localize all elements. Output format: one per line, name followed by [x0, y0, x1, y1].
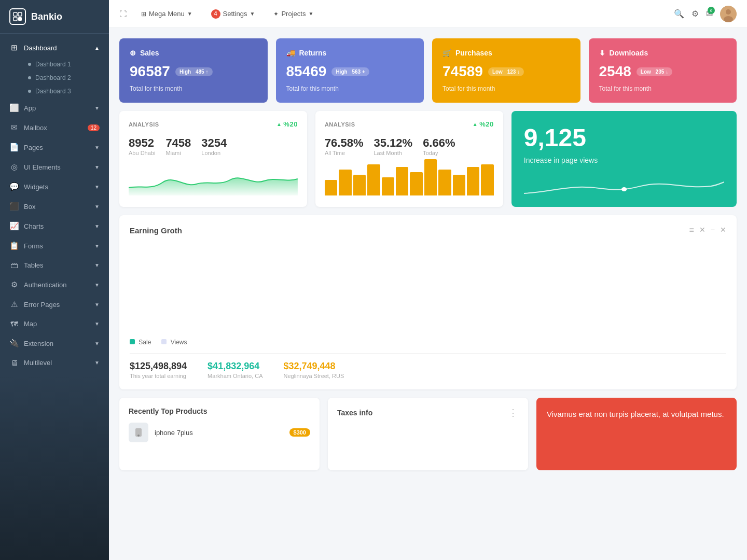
- user-avatar[interactable]: [720, 6, 737, 22]
- downloads-badge-arrow: ↓: [666, 69, 668, 75]
- forms-icon: 📋: [9, 241, 19, 250]
- sidebar-background: [0, 376, 109, 560]
- sidebar-item-multilevel[interactable]: 🖥 Multilevel ▼: [0, 353, 109, 372]
- analysis-left-pct: ▲ %20: [276, 120, 298, 128]
- abu-dhabi-val: 8952: [129, 136, 155, 150]
- sidebar-subitem-dashboard2[interactable]: Dashboard 2: [22, 71, 109, 85]
- notification-icon[interactable]: ✉ 6: [706, 9, 713, 19]
- extension-icon: 🔌: [9, 339, 19, 348]
- sidebar-nav: ⊞ Dashboard ▲ Dashboard 1 Dashboard 2 Da…: [0, 34, 109, 376]
- sidebar-item-error-pages[interactable]: ⚠ Error Pages ▼: [0, 295, 109, 314]
- settings-button[interactable]: 4 Settings ▼: [207, 7, 259, 21]
- projects-button[interactable]: ✦ Projects ▼: [269, 8, 317, 20]
- earning-card-header: Earning Groth ≡ ✕ − ✕: [130, 226, 726, 235]
- legend-sale: Sale: [130, 339, 151, 346]
- minimize-icon[interactable]: −: [711, 226, 715, 235]
- expand-icon[interactable]: ✕: [720, 226, 726, 235]
- downloads-icon: ⬇: [599, 49, 605, 57]
- stat-abu-dhabi: 8952 Abu Dhabi: [129, 136, 155, 156]
- sales-footer: Total for this month: [130, 85, 257, 92]
- analysis-right-pct: ▲ %20: [473, 120, 494, 128]
- gear-icon[interactable]: ⚙: [691, 9, 699, 19]
- menu-lines-icon[interactable]: ≡: [689, 226, 694, 235]
- stat-card-returns: 🚚 Returns 85469 High 563 + Total for thi…: [276, 38, 424, 103]
- sidebar-item-forms[interactable]: 📋 Forms ▼: [0, 236, 109, 256]
- brand-name: Bankio: [31, 11, 62, 22]
- stat-card-sales: ⊕ Sales 96587 High 485 ↑ Total for this …: [119, 38, 268, 103]
- up-arrow-icon: ▲: [473, 121, 478, 127]
- mega-menu-button[interactable]: ⊞ Mega Menu ▼: [137, 8, 197, 20]
- chevron-down-icon: ▼: [94, 223, 100, 229]
- views-dot: [161, 339, 167, 344]
- search-icon[interactable]: 🔍: [674, 9, 684, 19]
- multilevel-icon: 🖥: [9, 358, 19, 367]
- chevron-down-icon: ▼: [94, 321, 100, 327]
- analysis-left-label: ANALYSIS: [129, 121, 159, 128]
- projects-icon: ✦: [273, 10, 279, 18]
- analysis-card-left: ANALYSIS ▲ %20 8952 Abu Dhabi 7458 Miami: [119, 111, 307, 207]
- stat-card-downloads-header: ⬇ Downloads: [599, 49, 727, 57]
- collapse-icon[interactable]: ✕: [699, 226, 706, 235]
- earning-bars: [130, 240, 726, 333]
- sidebar-item-pages[interactable]: 📄 Pages ▼: [0, 137, 109, 157]
- teal-sub-text: Increase in page views: [524, 156, 724, 164]
- bottom-row: Recently Top Products iphone 7plus $300: [119, 398, 737, 470]
- sidebar-item-dashboard[interactable]: ⊞ Dashboard ▲: [0, 38, 109, 58]
- analysis-right-stats: 76.58% All Time 35.12% Last Month 6.66% …: [325, 136, 494, 156]
- svg-rect-2: [13, 17, 17, 21]
- area-chart-green: [129, 164, 298, 195]
- svg-rect-1: [18, 12, 22, 16]
- sidebar-item-mailbox[interactable]: ✉ Mailbox 12: [0, 118, 109, 137]
- analysis-right-header: ANALYSIS ▲ %20: [325, 120, 494, 128]
- chevron-down-icon: ▼: [187, 11, 192, 17]
- error-pages-icon: ⚠: [9, 300, 19, 309]
- recently-products-card: Recently Top Products iphone 7plus $300: [119, 398, 320, 470]
- dot-icon: [28, 90, 31, 93]
- sales-badge-label: High: [179, 69, 191, 75]
- taxes-info-header: Taxes info ⋮: [337, 407, 519, 418]
- sales-icon: ⊕: [130, 49, 136, 57]
- returns-footer: Total for this month: [286, 85, 414, 92]
- sidebar-item-widgets[interactable]: 💬 Widgets ▼: [0, 177, 109, 197]
- stat-all-time: 76.58% All Time: [325, 136, 364, 156]
- purchases-badge-value: 123: [507, 69, 516, 75]
- analysis-left-stats: 8952 Abu Dhabi 7458 Miami 3254 London: [129, 136, 298, 156]
- analysis-left-header: ANALYSIS ▲ %20: [129, 120, 298, 128]
- sidebar-header: Bankio: [0, 0, 109, 34]
- earning-footer-year: $125,498,894 This year total earning: [130, 361, 187, 379]
- teal-big-number: 9,125: [524, 123, 724, 152]
- london-lbl: London: [201, 150, 227, 156]
- sidebar-item-authentication[interactable]: ⚙ Authentication ▼: [0, 275, 109, 295]
- bar-chart-orange: [325, 164, 494, 195]
- expand-icon[interactable]: ⛶: [119, 10, 127, 18]
- sidebar-item-charts[interactable]: 📈 Charts ▼: [0, 216, 109, 236]
- downloads-badge-value: 235: [656, 69, 665, 75]
- earning-card-title: Earning Groth: [130, 226, 182, 235]
- sidebar-subitem-dashboard3[interactable]: Dashboard 3: [22, 85, 109, 98]
- returns-badge: High 563 +: [331, 67, 369, 76]
- analysis-right-label: ANALYSIS: [325, 121, 355, 128]
- purchases-icon: 🛒: [442, 49, 451, 57]
- grid-icon: ⊞: [141, 10, 146, 18]
- sidebar-item-extension[interactable]: 🔌 Extension ▼: [0, 333, 109, 353]
- mailbox-icon: ✉: [9, 123, 19, 132]
- returns-number: 85469: [286, 63, 327, 80]
- taxes-info-title: Taxes info: [337, 409, 372, 417]
- sidebar-item-tables[interactable]: 🗃 Tables ▼: [0, 256, 109, 275]
- sidebar-item-app[interactable]: ⬜ App ▼: [0, 98, 109, 118]
- purchases-footer: Total for this month: [442, 85, 570, 92]
- taxes-dots-icon[interactable]: ⋮: [508, 407, 519, 418]
- sidebar-item-ui-elements[interactable]: ◎ UI Elements ▼: [0, 157, 109, 177]
- svg-point-10: [137, 435, 140, 437]
- svg-point-7: [621, 187, 627, 191]
- svg-point-5: [726, 9, 731, 15]
- chevron-down-icon: ▼: [308, 11, 313, 17]
- stat-card-returns-title: Returns: [299, 49, 327, 57]
- stat-card-downloads-title: Downloads: [610, 49, 648, 57]
- sidebar-subitem-dashboard1[interactable]: Dashboard 1: [22, 58, 109, 71]
- downloads-footer: Total for this month: [599, 85, 727, 92]
- sidebar-item-box[interactable]: ⬛ Box ▼: [0, 197, 109, 216]
- sales-badge: High 485 ↑: [175, 67, 213, 76]
- stat-card-sales-value: 96587 High 485 ↑: [130, 63, 257, 80]
- sidebar-item-map[interactable]: 🗺 Map ▼: [0, 314, 109, 333]
